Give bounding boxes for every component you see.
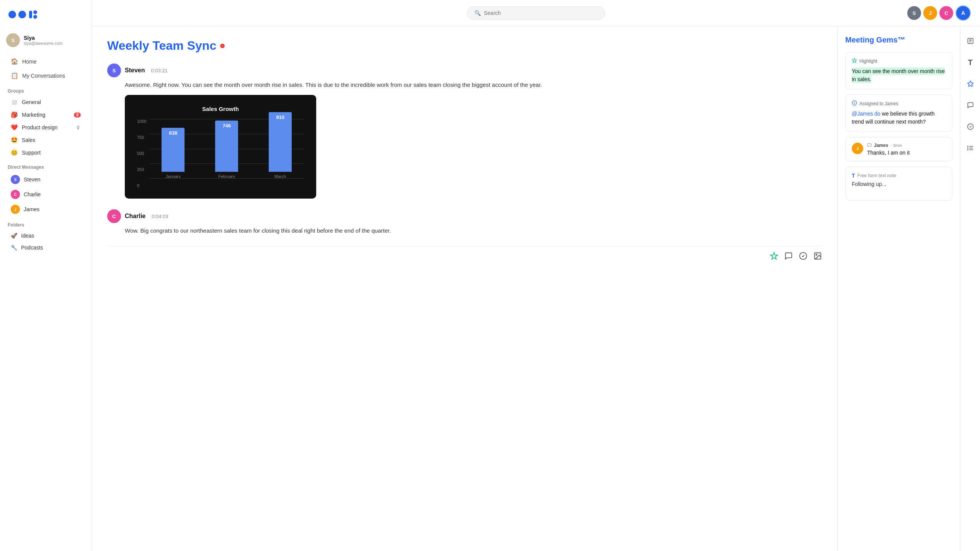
sidebar: S Siya siya@awesome.com 🏠 Home 📋 My Conv… [0,0,92,551]
topbar: 🔍 S J C A [92,0,980,26]
gem-task-label: Assigned to James [852,100,946,107]
chart-bars: 638 January 746 February [149,119,304,188]
gem-card-task: Assigned to James @James do we believe t… [845,95,952,132]
logo-area [0,8,91,33]
dm-steven[interactable]: S Steven [3,172,88,187]
meeting-gems-panel: Meeting Gems™ Highlight You can see the … [838,26,960,551]
dm-james-label: James [24,206,39,212]
sidebar-sales-label: Sales [22,137,35,143]
james-name: James [874,143,888,148]
user-email: siya@awesome.com [24,41,63,46]
y-label-250: 250 [137,167,146,172]
sidebar-item-general[interactable]: ◻️ General [3,96,88,108]
dm-steven-avatar: S [11,175,20,184]
topbar-avatar-active[interactable]: A [956,5,971,21]
svg-point-7 [816,254,817,255]
gem-card-james-reply: J James · 3min Thanks, I am on it [845,137,952,161]
search-input[interactable] [484,10,598,16]
dm-charlie-label: Charlie [24,191,41,197]
svg-point-20 [967,148,968,148]
bar-february: 746 February [203,121,250,179]
steven-name: Steven [125,67,145,74]
steven-time: 0:03:21 [151,68,167,73]
groups-section-title: Groups [0,83,91,96]
james-reply-avatar: J [852,143,863,154]
svg-point-0 [8,11,16,18]
conversation-title-row: Weekly Team Sync [107,39,822,53]
charlie-avatar: C [107,209,121,223]
bar-march-value: 910 [276,114,284,120]
sidebar-item-sales[interactable]: 🤩 Sales [3,134,88,146]
james-time: · 3min [890,143,902,148]
right-icon-check[interactable] [964,120,977,134]
sidebar-item-support[interactable]: 😊 Support [3,147,88,159]
sidebar-home-label: Home [22,59,36,65]
folder-ideas[interactable]: 🚀 Ideas [3,230,88,241]
svg-point-21 [967,150,968,150]
user-info: Siya siya@awesome.com [24,35,63,46]
general-icon: ◻️ [11,99,18,106]
marketing-badge: 8 [74,112,81,117]
right-icon-chat[interactable] [964,98,977,112]
sidebar-marketing-label: Marketing [22,112,45,118]
search-icon: 🔍 [474,10,481,16]
app-logo [8,8,38,24]
dm-charlie[interactable]: C Charlie [3,187,88,202]
dm-james[interactable]: J James [3,202,88,217]
right-icon-text[interactable]: T [964,55,977,69]
conversation-panel: Weekly Team Sync S Steven 0:03:21 Awesom… [92,26,838,551]
bar-february-rect: 746 [215,121,238,172]
svg-marker-14 [967,81,973,86]
bar-february-value: 746 [222,123,231,129]
user-area: S Siya siya@awesome.com [0,33,91,55]
bar-march: 910 March [256,112,304,179]
gem-highlight-text: You can see the month over month rise in… [852,67,946,83]
right-icon-doc[interactable] [964,34,977,48]
sidebar-item-marketing[interactable]: 🎒 Marketing 8 [3,109,88,121]
folder-podcasts[interactable]: 🔧 Podcasts [3,242,88,253]
image-tool-icon[interactable] [813,252,822,262]
james-reply-meta: James · 3min [867,143,946,148]
chart-title: Sales Growth [137,106,304,112]
steven-avatar: S [107,64,121,77]
topbar-avatar-3[interactable]: C [939,6,953,20]
support-icon: 😊 [11,149,18,156]
svg-point-4 [33,15,37,19]
sidebar-item-conversations[interactable]: 📋 My Conversations [3,69,88,82]
y-label-500: 500 [137,151,146,156]
y-label-750: 750 [137,135,146,140]
folders-section-title: Folders [0,217,91,230]
ideas-icon: 🚀 [11,233,17,239]
sidebar-conversations-label: My Conversations [22,73,65,79]
charlie-name: Charlie [125,213,145,220]
y-label-1000: 1000 [137,119,146,124]
svg-point-1 [18,11,26,18]
svg-point-3 [33,10,37,14]
topbar-avatar-2[interactable]: J [923,6,937,20]
svg-rect-2 [29,11,32,18]
gem-note-icon: T [852,173,855,179]
right-icon-list[interactable] [964,141,977,155]
user-avatar: S [6,33,20,47]
gem-task-icon [852,100,857,107]
right-icon-gem[interactable] [964,77,977,91]
search-bar[interactable]: 🔍 [467,7,605,20]
gems-title: Meeting Gems™ [845,36,952,44]
sidebar-general-label: General [22,99,41,105]
gem-note-textarea[interactable]: Following up... [852,181,946,193]
comment-tool-icon[interactable] [784,252,793,262]
bar-january: 638 January [149,128,197,179]
gem-highlight-label-text: Highlight [859,59,877,64]
gem-task-text: @James do we believe this growth trend w… [852,110,946,126]
highlight-tool-icon[interactable] [770,252,778,262]
svg-point-19 [967,146,968,147]
task-tool-icon[interactable] [799,252,807,262]
topbar-avatar-1[interactable]: S [907,6,921,20]
sidebar-item-product-design[interactable]: ❤️ Product design 🎙 [3,121,88,134]
sidebar-item-home[interactable]: 🏠 Home [3,55,88,68]
dm-charlie-avatar: C [11,190,20,199]
y-label-0: 0 [137,183,146,188]
dm-steven-label: Steven [24,176,41,183]
sales-chart: Sales Growth 1000 750 500 250 0 [125,95,316,199]
mic-icon: 🎙 [76,125,81,130]
